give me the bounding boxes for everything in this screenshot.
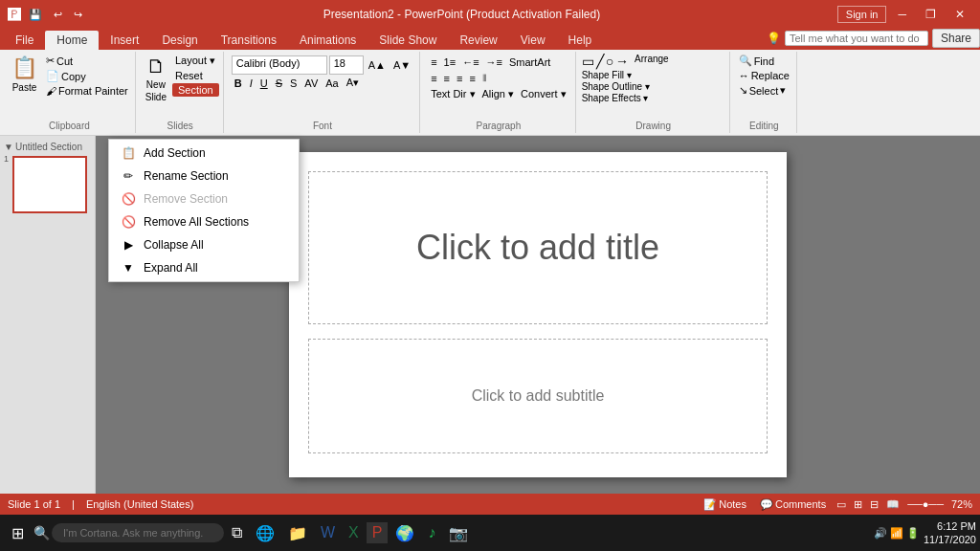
tab-home[interactable]: Home [45, 31, 99, 50]
tab-slideshow[interactable]: Slide Show [368, 31, 448, 50]
slide-title-area[interactable]: Click to add title [308, 171, 768, 324]
find-icon: 🔍 [739, 55, 752, 67]
align-left-button[interactable]: ≡ [428, 71, 439, 85]
numbering-button[interactable]: 1≡ [441, 55, 459, 69]
menu-expand-all[interactable]: ▼ Expand All [109, 256, 299, 279]
powerpoint-logo: 🅿 [8, 7, 21, 22]
underline-button[interactable]: U [257, 77, 271, 90]
section-collapse-icon[interactable]: ▼ [4, 142, 13, 152]
convert-smartart-button[interactable]: Convert ▾ [518, 87, 569, 101]
help-search-input[interactable] [790, 33, 924, 44]
redo-quick-btn[interactable]: ↪ [70, 7, 86, 23]
start-button[interactable]: ⊞ [4, 520, 32, 546]
camera-icon[interactable]: 📷 [443, 520, 474, 546]
font-color-button[interactable]: A▾ [344, 76, 362, 90]
slide-subtitle-area[interactable]: Click to add subtitle [308, 339, 768, 453]
help-search-box[interactable] [785, 31, 928, 46]
slide-title-placeholder: Click to add title [416, 228, 659, 268]
copy-button[interactable]: 📄 Copy [43, 69, 131, 83]
shape-line[interactable]: ╱ [596, 54, 604, 69]
shape-fill-button[interactable]: Shape Fill ▾ [582, 70, 632, 80]
char-spacing-button[interactable]: AV [301, 77, 321, 90]
section-name: Untitled Section [15, 142, 82, 152]
layout-button[interactable]: Layout ▾ [172, 54, 219, 68]
shape-rect[interactable]: ▭ [582, 54, 594, 69]
bold-button[interactable]: B [232, 77, 245, 90]
columns-button[interactable]: ⫴ [479, 71, 490, 85]
bullets-button[interactable]: ≡ [428, 55, 439, 69]
save-quick-btn[interactable]: 💾 [25, 7, 46, 23]
slide-thumbnail[interactable] [12, 156, 87, 213]
shape-effects-button[interactable]: Shape Effects ▾ [582, 93, 649, 103]
tab-help[interactable]: Help [557, 31, 604, 50]
slide-canvas[interactable]: Click to add title Click to add subtitle [289, 152, 787, 477]
align-right-button[interactable]: ≡ [454, 71, 465, 85]
tab-animations[interactable]: Animations [288, 31, 368, 50]
arrange-button[interactable]: Arrange [635, 54, 669, 69]
decrease-font-btn[interactable]: A▼ [390, 58, 413, 72]
tab-view[interactable]: View [509, 31, 557, 50]
align-text-button[interactable]: Align ▾ [479, 87, 518, 101]
change-case-button[interactable]: Aa [323, 77, 341, 90]
file-explorer-icon[interactable]: 📁 [282, 520, 313, 546]
excel-icon[interactable]: X [343, 520, 365, 545]
edge-icon[interactable]: 🌐 [250, 520, 280, 546]
justify-button[interactable]: ≡ [466, 71, 478, 85]
section-header: ▼ Untitled Section [4, 140, 91, 154]
view-outline-icon[interactable]: ⊞ [854, 498, 862, 511]
format-painter-button[interactable]: 🖌 Format Painter [43, 84, 131, 98]
close-button[interactable]: ✕ [947, 6, 972, 23]
section-button[interactable]: Section [172, 83, 219, 97]
comments-button[interactable]: 💬 Comments [757, 497, 829, 512]
reset-button[interactable]: Reset [172, 69, 219, 82]
text-direction-button[interactable]: Text Dir ▾ [428, 87, 478, 101]
shape-arrow[interactable]: → [615, 54, 629, 69]
notes-button[interactable]: 📝 Notes [701, 497, 749, 512]
view-slide-sorter-icon[interactable]: ⊟ [870, 498, 879, 511]
font-size-box[interactable]: 18 [329, 55, 364, 75]
window-title: Presentation2 - PowerPoint (Product Acti… [323, 8, 600, 21]
menu-remove-all-sections[interactable]: 🚫 Remove All Sections [109, 210, 299, 233]
sign-in-button[interactable]: Sign in [837, 6, 887, 23]
ribbon-tabs: File Home Insert Design Transitions Anim… [0, 29, 980, 50]
replace-button[interactable]: ↔ Replace [736, 69, 792, 82]
smart-art-button[interactable]: SmartArt [506, 55, 553, 69]
increase-indent-button[interactable]: →≡ [483, 55, 505, 69]
undo-quick-btn[interactable]: ↩ [50, 7, 66, 23]
cut-button[interactable]: ✂ Cut [43, 54, 131, 68]
share-button[interactable]: Share [932, 29, 980, 48]
italic-button[interactable]: I [247, 77, 256, 90]
tab-insert[interactable]: Insert [99, 31, 150, 50]
paste-button[interactable]: 📋 Paste [8, 54, 41, 95]
tab-design[interactable]: Design [150, 31, 209, 50]
minimize-button[interactable]: ─ [890, 6, 914, 23]
view-normal-icon[interactable]: ▭ [836, 498, 846, 511]
menu-add-section[interactable]: 📋 Add Section [109, 142, 299, 165]
decrease-indent-button[interactable]: ←≡ [459, 55, 481, 69]
shadow-button[interactable]: S [287, 77, 300, 90]
powerpoint-taskbar-icon[interactable]: P [367, 522, 389, 543]
chrome-icon[interactable]: 🌍 [390, 520, 420, 546]
menu-collapse-all[interactable]: ▶ Collapse All [109, 233, 299, 256]
shape-circle[interactable]: ○ [606, 54, 613, 69]
view-reading-icon[interactable]: 📖 [886, 498, 900, 511]
menu-rename-section[interactable]: ✏ Rename Section [109, 165, 299, 187]
tab-review[interactable]: Review [448, 31, 508, 50]
shape-outline-button[interactable]: Shape Outline ▾ [582, 81, 650, 92]
find-button[interactable]: 🔍 Find [736, 54, 792, 68]
restore-button[interactable]: ❐ [918, 6, 944, 23]
tab-transitions[interactable]: Transitions [210, 31, 288, 50]
task-view-button[interactable]: ⧉ [226, 520, 248, 545]
font-name-box[interactable]: Calibri (Body) [232, 55, 327, 75]
word-icon[interactable]: W [315, 520, 341, 545]
align-center-button[interactable]: ≡ [441, 71, 453, 85]
title-bar: 🅿 💾 ↩ ↪ Presentation2 - PowerPoint (Prod… [0, 0, 980, 29]
strikethrough-button[interactable]: S [273, 77, 285, 90]
spotify-icon[interactable]: ♪ [422, 520, 441, 545]
new-slide-button[interactable]: 🗋 New Slide [142, 54, 170, 106]
cortana-search[interactable] [52, 523, 224, 542]
tab-file[interactable]: File [4, 31, 45, 50]
zoom-slider[interactable]: ──●── [907, 498, 944, 510]
select-button[interactable]: ↘ Select ▾ [736, 83, 792, 98]
increase-font-btn[interactable]: A▲ [366, 58, 389, 72]
